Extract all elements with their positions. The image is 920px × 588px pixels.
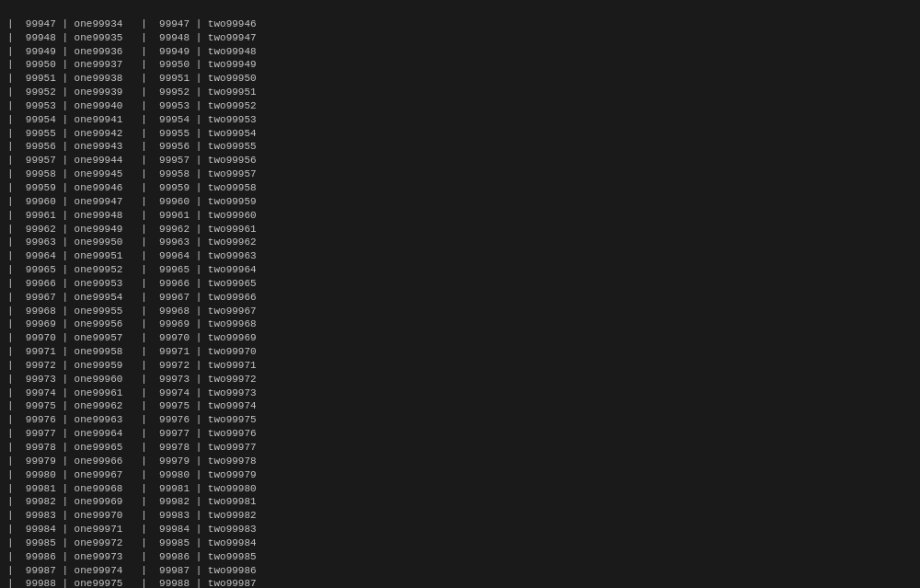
table-row: | 99988 | one99975 | 99988 | two99987	[7, 577, 913, 588]
table-row: | 99957 | one99944 | 99957 | two99956	[7, 154, 913, 167]
table-row: | 99959 | one99946 | 99959 | two99958	[7, 181, 913, 195]
table-row: | 99955 | one99942 | 99955 | two99954	[7, 127, 913, 141]
table-row: | 99983 | one99970 | 99983 | two99982	[7, 509, 913, 523]
table-row: | 99953 | one99940 | 99953 | two99952	[7, 99, 913, 113]
table-row: | 99986 | one99973 | 99986 | two99985	[7, 550, 913, 564]
table-row: | 99976 | one99963 | 99976 | two99975	[7, 413, 913, 427]
table-row: | 99985 | one99972 | 99985 | two99984	[7, 536, 913, 550]
table-row: | 99980 | one99967 | 99980 | two99979	[7, 468, 913, 482]
table-row: | 99982 | one99969 | 99982 | two99981	[7, 495, 913, 509]
data-rows: | 99947 | one99934 | 99947 | two99946| 9…	[7, 17, 913, 588]
table-row: | 99981 | one99968 | 99981 | two99980	[7, 482, 913, 496]
table-row: | 99979 | one99966 | 99979 | two99978	[7, 455, 913, 468]
table-row: | 99961 | one99948 | 99961 | two99960	[7, 209, 913, 223]
table-row: | 99963 | one99950 | 99963 | two99962	[7, 236, 913, 249]
table-row: | 99962 | one99949 | 99962 | two99961	[7, 223, 913, 236]
table-row: | 99964 | one99951 | 99964 | two99963	[7, 249, 913, 263]
table-row: | 99950 | one99937 | 99950 | two99949	[7, 58, 913, 72]
table-row: | 99960 | one99947 | 99960 | two99959	[7, 195, 913, 209]
table-row: | 99970 | one99957 | 99970 | two99969	[7, 331, 913, 345]
table-row: | 99948 | one99935 | 99948 | two99947	[7, 31, 913, 45]
table-row: | 99972 | one99959 | 99972 | two99971	[7, 359, 913, 373]
table-row: | 99965 | one99952 | 99965 | two99964	[7, 263, 913, 277]
table-row: | 99969 | one99956 | 99969 | two99968	[7, 317, 913, 331]
table-row: | 99971 | one99958 | 99971 | two99970	[7, 345, 913, 359]
table-row: | 99984 | one99971 | 99984 | two99983	[7, 523, 913, 536]
table-row: | 99954 | one99941 | 99954 | two99953	[7, 113, 913, 127]
table-row: | 99949 | one99936 | 99949 | two99948	[7, 45, 913, 59]
table-row: | 99947 | one99934 | 99947 | two99946	[7, 17, 913, 31]
table-row: | 99958 | one99945 | 99958 | two99957	[7, 167, 913, 181]
table-row: | 99987 | one99974 | 99987 | two99986	[7, 564, 913, 578]
table-row: | 99952 | one99939 | 99952 | two99951	[7, 86, 913, 99]
table-row: | 99974 | one99961 | 99974 | two99973	[7, 386, 913, 400]
table-row: | 99977 | one99964 | 99977 | two99976	[7, 427, 913, 441]
table-row: | 99978 | one99965 | 99978 | two99977	[7, 441, 913, 455]
table-row: | 99951 | one99938 | 99951 | two99950	[7, 72, 913, 86]
table-row: | 99956 | one99943 | 99956 | two99955	[7, 140, 913, 154]
table-row: | 99975 | one99962 | 99975 | two99974	[7, 399, 913, 413]
table-row: | 99966 | one99953 | 99966 | two99965	[7, 277, 913, 291]
table-row: | 99967 | one99954 | 99967 | two99966	[7, 291, 913, 305]
table-row: | 99968 | one99955 | 99968 | two99967	[7, 305, 913, 318]
table-row: | 99973 | one99960 | 99973 | two99972	[7, 373, 913, 386]
terminal: | 99947 | one99934 | 99947 | two99946| 9…	[0, 0, 920, 588]
